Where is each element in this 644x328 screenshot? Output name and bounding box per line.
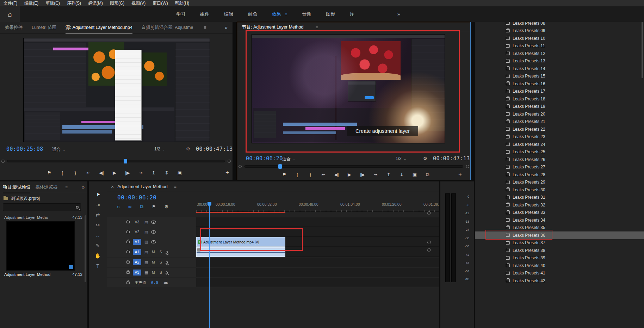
step-forward-button[interactable]: |▶ [125,169,130,177]
scroll-handle[interactable] [427,241,431,244]
scroll-handle[interactable] [427,248,431,252]
V1[interactable]: V1 ▤ [107,237,196,247]
step-back-button[interactable]: ◀| [334,171,339,179]
source-zoom-select[interactable]: 适合⌄ [52,147,66,153]
workspace-tab[interactable]: 颜色 [248,6,257,22]
preset-item[interactable]: Leaks Presets 09 [475,27,644,35]
track-target-badge[interactable]: A1 [133,249,141,255]
project-search-box[interactable] [3,203,81,211]
preset-item[interactable]: Leaks Presets 13 [475,57,644,65]
source-timecode[interactable]: 00:00:25:08 [6,146,43,152]
track-visibility-eye-icon[interactable] [151,230,156,234]
preset-item[interactable]: Leaks Presets 36 [475,231,644,239]
workspace-tab[interactable]: 编辑 [224,6,233,22]
program-resolution-select[interactable]: 1/2⌄ [396,156,406,161]
solo-button[interactable]: S [159,250,163,254]
preset-item[interactable]: Leaks Presets 35 [475,224,644,232]
workspace-tab[interactable]: 组件 [200,6,209,22]
preset-item[interactable]: Leaks Presets 08 [475,22,644,27]
add-marker-button[interactable]: ⚑ [47,169,52,177]
workspace-tab[interactable]: 库 [350,6,354,22]
solo-button[interactable]: S [159,271,163,274]
menu-item[interactable]: 视图(V) [128,0,149,6]
source-scrub-handle-left[interactable] [1,160,5,163]
program-settings-wrench-icon[interactable]: ⚙ [423,156,427,161]
A3[interactable]: A3 ▤ M S [107,268,196,277]
A2[interactable]: A2 ▤ M S [107,258,196,267]
razor-tool[interactable]: ✂ [93,221,103,230]
track-target-badge[interactable]: V1 [133,239,141,245]
step-back-button[interactable]: ◀| [99,169,104,177]
preset-item[interactable]: Leaks Presets 34 [475,216,644,224]
voiceover-mic-icon[interactable] [166,251,168,254]
add-marker-button[interactable]: ⚑ [152,204,156,210]
voiceover-mic-icon[interactable] [166,261,168,264]
ripple-edit-tool[interactable]: ⇄ [93,210,103,219]
play-button[interactable]: ▶ [112,169,117,177]
timeline-playhead-line[interactable] [209,203,210,328]
source-scrub-handle-right[interactable] [228,160,231,163]
track-target-badge[interactable]: A3 [133,270,141,276]
panel-menu-icon[interactable]: ≡ [174,184,177,189]
selected-clip-caption[interactable]: Adjustment Layer Method 47:13 [4,272,82,277]
A1[interactable]: A1 ▤ M S [107,247,196,257]
mark-out-button[interactable]: } [308,171,313,179]
track-lock-icon[interactable] [126,281,130,284]
source-resolution-select[interactable]: 1/2⌄ [154,147,165,151]
panel-tab[interactable]: Lumetri 范围 [32,22,56,33]
track-lock-icon[interactable] [126,231,130,233]
program-scrub-handle-left[interactable] [239,165,242,168]
menu-item[interactable]: 帮助(H) [172,0,193,6]
insert-button[interactable]: ↥ [151,169,156,177]
menu-item[interactable]: 文件(F) [0,0,21,6]
panel-tab[interactable]: 媒体浏览器 [35,181,57,193]
workspace-overflow-chevron[interactable]: » [397,6,400,22]
hand-tool[interactable]: ✋ [93,251,103,260]
track-lock-icon[interactable] [126,241,130,243]
mute-button[interactable]: M [151,260,155,264]
pen-tool[interactable]: ✎ [93,241,103,250]
selection-tool[interactable]: ➤ [91,188,104,201]
source-patch-icon[interactable]: ▤ [144,250,148,254]
timeline-wrench-button[interactable]: ⚙ [165,204,169,210]
track-visibility-eye-icon[interactable] [151,221,156,224]
workspace-tab[interactable]: 效果≡ [272,6,287,22]
workspace-tab[interactable]: 音频 [302,6,311,22]
snap-toggle[interactable]: ∩ [117,204,120,210]
track-lane-a2[interactable] [196,258,439,267]
preset-item[interactable]: Leaks Presets 23 [475,133,644,141]
menu-item[interactable]: 序列(S) [63,0,85,6]
preset-item[interactable]: Leaks Presets 10 [475,35,644,42]
project-scrollbar[interactable] [85,215,86,282]
preset-item[interactable]: Leaks Presets 31 [475,194,644,202]
source-patch-icon[interactable]: ▤ [144,240,148,244]
step-forward-button[interactable]: |▶ [360,171,365,179]
source-scrubber[interactable] [7,160,225,162]
track-lane-v3[interactable] [196,217,439,227]
track-lock-icon[interactable] [126,261,130,264]
program-tab[interactable]: 节目: Adjustment Layer Method [242,21,303,33]
V2[interactable]: V2 ▤ [107,227,196,237]
menu-item[interactable]: 剪辑(C) [42,0,63,6]
play-button[interactable]: ▶ [347,171,352,179]
list-item[interactable]: Adjustment Layer Metho 47:13 [4,215,82,219]
panel-tab[interactable]: 效果控件 [5,22,23,33]
program-zoom-select[interactable]: 适合⌄ [282,156,296,162]
V3[interactable]: V3 ▤ [107,217,196,227]
panel-tab[interactable]: 音频剪辑混合器: Adjustme [142,22,193,33]
preset-item[interactable]: Leaks Presets 11 [475,42,644,50]
timeline-tab-label[interactable]: Adjustment Layer Method [117,184,167,189]
panel-menu-icon[interactable]: ≡ [204,25,206,30]
preset-item[interactable]: Leaks Presets 16 [475,80,644,88]
project-file-row[interactable]: 测试预设.prproj [4,196,40,202]
mark-in-button[interactable]: { [295,171,300,179]
preset-item[interactable]: Leaks Presets 19 [475,103,644,111]
overwrite-button[interactable]: ↧ [164,169,169,177]
linked-selection-toggle[interactable]: ∞ [128,204,131,210]
lift-button[interactable]: ↥ [386,171,391,179]
keyframe-nav-icon[interactable]: ◀▶ [163,281,168,285]
program-scrub-handle-right[interactable] [466,165,469,168]
track-target-badge[interactable]: A2 [133,259,141,265]
search-input[interactable] [5,205,76,210]
home-button[interactable]: ⌂ [0,6,20,22]
